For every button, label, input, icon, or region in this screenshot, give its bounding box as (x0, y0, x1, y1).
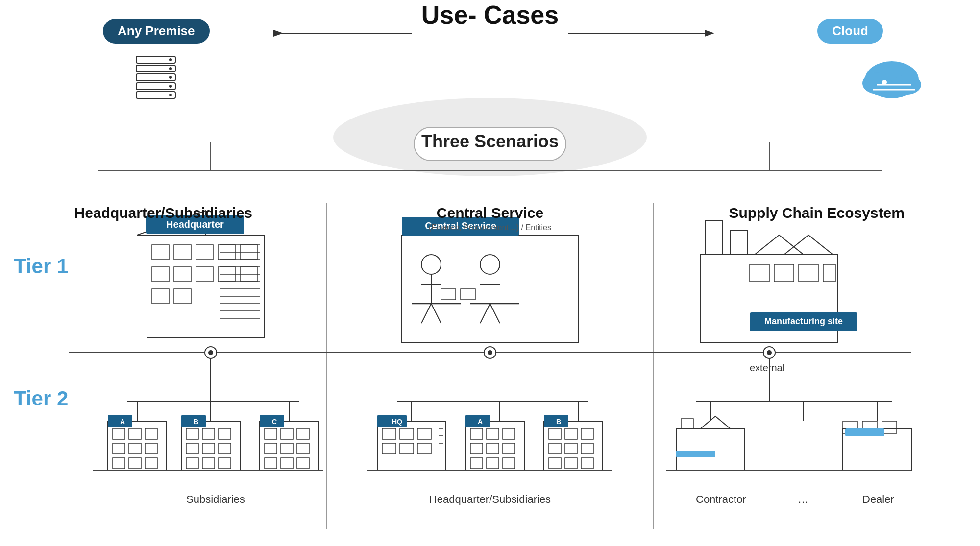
svg-rect-60 (145, 458, 157, 469)
svg-rect-57 (145, 443, 157, 454)
svg-point-153 (767, 350, 772, 355)
svg-rect-149 (799, 264, 818, 282)
svg-rect-63 (186, 428, 198, 439)
svg-rect-125 (503, 443, 515, 454)
svg-rect-92 (441, 289, 456, 300)
svg-rect-114 (417, 443, 431, 454)
svg-rect-18 (147, 235, 265, 338)
svg-rect-85 (402, 235, 578, 343)
svg-marker-161 (701, 416, 730, 428)
svg-rect-123 (470, 443, 483, 454)
svg-rect-166 (882, 421, 897, 433)
svg-rect-71 (219, 458, 231, 469)
svg-rect-148 (774, 264, 794, 282)
svg-rect-131 (549, 428, 561, 439)
svg-rect-181 (136, 83, 175, 90)
svg-rect-147 (750, 264, 769, 282)
svg-rect-77 (265, 443, 277, 454)
svg-rect-67 (202, 443, 215, 454)
svg-marker-146 (784, 235, 833, 255)
svg-rect-142 (701, 255, 838, 343)
svg-rect-126 (470, 458, 483, 469)
any-premise-pill: Any Premise (103, 19, 210, 44)
svg-rect-81 (281, 458, 293, 469)
col2-header: Central Service (Finance, Procurement…) … (327, 205, 654, 232)
svg-rect-64 (202, 428, 215, 439)
svg-point-193 (882, 80, 887, 85)
svg-rect-21 (174, 245, 191, 260)
svg-text:A: A (478, 418, 483, 426)
svg-rect-24 (240, 245, 257, 260)
svg-rect-83 (260, 415, 284, 427)
external-label: external (750, 362, 784, 374)
svg-rect-69 (186, 458, 198, 469)
svg-rect-134 (549, 443, 561, 454)
svg-text:B: B (194, 418, 198, 426)
svg-rect-127 (487, 458, 499, 469)
svg-rect-129 (466, 415, 490, 427)
svg-rect-23 (218, 245, 235, 260)
svg-rect-73 (260, 421, 318, 470)
svg-rect-76 (297, 428, 309, 439)
svg-rect-109 (382, 428, 396, 439)
svg-line-89 (421, 304, 431, 323)
svg-point-190 (892, 75, 921, 95)
svg-point-102 (488, 350, 492, 355)
col3-title: Supply Chain Ecosystem (653, 205, 980, 221)
svg-rect-53 (129, 428, 141, 439)
svg-rect-150 (823, 264, 835, 282)
svg-rect-20 (152, 245, 169, 260)
svg-rect-59 (129, 458, 141, 469)
svg-rect-66 (186, 443, 198, 454)
svg-rect-121 (487, 428, 499, 439)
svg-rect-70 (202, 458, 215, 469)
svg-text:B: B (556, 418, 561, 426)
svg-rect-80 (265, 458, 277, 469)
dealer-label: Dealer (862, 493, 894, 506)
svg-rect-113 (400, 443, 414, 454)
svg-rect-163 (843, 428, 911, 470)
svg-rect-179 (136, 65, 175, 72)
svg-rect-27 (196, 267, 213, 282)
svg-rect-72 (181, 415, 206, 427)
svg-rect-82 (297, 458, 309, 469)
svg-point-185 (169, 76, 172, 79)
svg-text:A: A (120, 418, 125, 426)
svg-line-97 (490, 304, 500, 323)
page-title: Use- Cases (421, 0, 559, 29)
svg-rect-55 (113, 443, 125, 454)
col1-header: Headquarter/Subsidiaries (0, 205, 327, 232)
svg-line-90 (431, 304, 441, 323)
svg-point-44 (205, 347, 217, 358)
svg-rect-130 (544, 421, 603, 470)
svg-text:C: C (272, 418, 277, 426)
svg-rect-30 (152, 289, 169, 304)
svg-rect-164 (843, 421, 858, 433)
svg-rect-65 (219, 428, 231, 439)
svg-rect-124 (487, 443, 499, 454)
three-scenarios-label: Three Scenarios (421, 131, 559, 152)
svg-rect-54 (145, 428, 157, 439)
svg-rect-139 (581, 458, 593, 469)
svg-rect-62 (181, 421, 240, 470)
cloud-pill: Cloud (817, 19, 883, 44)
svg-rect-133 (581, 428, 593, 439)
svg-rect-182 (136, 92, 175, 98)
svg-rect-136 (581, 443, 593, 454)
svg-point-186 (169, 85, 172, 88)
svg-rect-140 (544, 415, 568, 427)
tier1-label: Tier 1 (14, 255, 68, 278)
svg-rect-78 (281, 443, 293, 454)
svg-rect-52 (113, 428, 125, 439)
svg-rect-29 (240, 267, 257, 282)
svg-point-86 (421, 255, 441, 274)
svg-rect-138 (565, 458, 577, 469)
svg-rect-108 (377, 421, 446, 470)
svg-rect-162 (676, 451, 715, 457)
main-diagram-svg: Headquarter Central Service Manufacturin… (0, 0, 980, 546)
svg-point-189 (862, 72, 892, 94)
svg-rect-178 (136, 56, 175, 63)
svg-rect-28 (218, 267, 235, 282)
svg-marker-145 (755, 235, 804, 255)
svg-rect-180 (136, 74, 175, 81)
